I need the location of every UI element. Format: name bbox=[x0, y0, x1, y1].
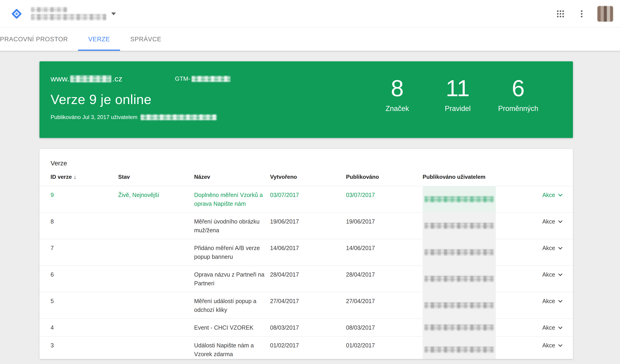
tag-manager-logo-icon bbox=[9, 6, 24, 21]
redacted-user-name bbox=[424, 196, 494, 202]
column-header-id[interactable]: ID verze↓ bbox=[50, 173, 118, 180]
stat-variables-label: Proměnných bbox=[488, 105, 548, 113]
version-published-date: 01/02/2017 bbox=[346, 341, 423, 358]
stat-tags-label: Značek bbox=[367, 105, 428, 113]
more-options-button[interactable] bbox=[576, 8, 587, 19]
version-status bbox=[118, 297, 194, 314]
version-status: Živě, Nejnovější bbox=[118, 191, 194, 208]
version-status bbox=[118, 217, 194, 235]
version-name-link[interactable]: Události Napište nám a Vzorek zdarma bbox=[194, 341, 270, 358]
version-published-date: 03/07/2017 bbox=[346, 191, 423, 208]
version-actions-button[interactable]: Akce bbox=[525, 270, 562, 288]
chevron-down-icon bbox=[558, 192, 562, 196]
version-created-date: 28/04/2017 bbox=[270, 270, 346, 288]
stat-rules-value: 11 bbox=[428, 76, 488, 100]
redacted-user-name bbox=[424, 249, 494, 255]
hero-stats: 8 Značek 11 Pravidel 6 Proměnných bbox=[367, 76, 548, 113]
stat-variables-value: 6 bbox=[488, 76, 548, 100]
version-name-link[interactable]: Doplněno měření Vzorků a oprava Napište … bbox=[194, 191, 270, 208]
column-header-published: Publikováno bbox=[346, 173, 423, 180]
redacted-user-name bbox=[424, 303, 494, 308]
version-created-date: 01/02/2017 bbox=[270, 341, 346, 358]
version-published-by bbox=[423, 191, 525, 208]
version-created-date: 27/04/2017 bbox=[270, 297, 346, 314]
version-published-by bbox=[423, 341, 525, 358]
version-id: 3 bbox=[50, 341, 118, 358]
version-status bbox=[118, 341, 194, 358]
domain-suffix: .cz bbox=[112, 74, 122, 83]
redacted-user-name bbox=[424, 223, 494, 229]
version-actions-button[interactable]: Akce bbox=[525, 191, 562, 208]
live-version-card: www. .cz GTM- Verze 9 je online Publikov… bbox=[39, 61, 573, 138]
version-actions-button[interactable]: Akce bbox=[525, 243, 562, 261]
chevron-down-icon bbox=[558, 272, 562, 276]
redacted-domain bbox=[70, 76, 111, 82]
apps-grid-button[interactable] bbox=[555, 8, 566, 19]
version-published-date: 08/03/2017 bbox=[346, 323, 423, 332]
table-row: 4Event - CHCI VZOREK08/03/201708/03/2017… bbox=[39, 318, 573, 336]
versions-table-header: ID verze↓ Stav Název Vytvořeno Publiková… bbox=[39, 173, 573, 186]
tab-pracovni-prostor[interactable]: PRACOVNÍ PROSTOR bbox=[0, 28, 78, 51]
version-published-by bbox=[423, 270, 525, 288]
version-id: 9 bbox=[50, 191, 118, 208]
redacted-user-name bbox=[424, 325, 494, 331]
version-name-link[interactable]: Měření událostí popup a odchozí kliky bbox=[194, 297, 270, 314]
version-status bbox=[118, 270, 194, 288]
version-published-by bbox=[423, 323, 525, 332]
column-header-published-by: Publikováno uživatelem bbox=[423, 173, 525, 180]
version-published-by bbox=[423, 297, 525, 314]
version-actions-button[interactable]: Akce bbox=[525, 341, 562, 358]
versions-table-title: Verze bbox=[39, 149, 573, 173]
version-id: 7 bbox=[50, 243, 118, 261]
user-avatar[interactable] bbox=[597, 6, 613, 22]
table-row: 9Živě, NejnovějšíDoplněno měření Vzorků … bbox=[39, 186, 573, 212]
sort-descending-icon: ↓ bbox=[74, 174, 77, 180]
apps-grid-icon bbox=[556, 9, 565, 18]
published-line: Publikováno Jul 3, 2017 uživatelem bbox=[50, 114, 137, 121]
account-selector[interactable] bbox=[31, 7, 116, 20]
redacted-user-name bbox=[424, 276, 494, 282]
version-published-by bbox=[423, 217, 525, 235]
column-header-actions bbox=[525, 173, 562, 180]
redacted-user-strip bbox=[423, 336, 496, 359]
redacted-user-strip bbox=[423, 318, 496, 336]
version-actions-button[interactable]: Akce bbox=[525, 297, 562, 314]
redacted-gtm-id bbox=[192, 76, 230, 82]
version-created-date: 19/06/2017 bbox=[270, 217, 346, 235]
version-actions-label: Akce bbox=[542, 192, 555, 198]
version-published-date: 14/06/2017 bbox=[346, 243, 423, 261]
version-created-date: 14/06/2017 bbox=[270, 243, 346, 261]
stat-variables: 6 Proměnných bbox=[488, 76, 548, 113]
chevron-down-icon bbox=[558, 343, 562, 347]
redacted-user-name bbox=[424, 347, 494, 353]
version-created-date: 03/07/2017 bbox=[270, 191, 346, 208]
version-name-link[interactable]: Přidáno měření A/B verze popup banneru bbox=[194, 243, 270, 261]
stat-tags-value: 8 bbox=[367, 76, 428, 100]
version-actions-button[interactable]: Akce bbox=[525, 323, 562, 332]
version-id: 8 bbox=[50, 217, 118, 235]
version-actions-button[interactable]: Akce bbox=[525, 217, 562, 235]
table-row: 3Události Napište nám a Vzorek zdarma01/… bbox=[39, 336, 573, 359]
version-actions-label: Akce bbox=[542, 324, 555, 331]
version-actions-label: Akce bbox=[542, 342, 555, 349]
version-id: 4 bbox=[50, 323, 118, 332]
chevron-down-icon bbox=[558, 219, 562, 223]
version-status bbox=[118, 243, 194, 261]
tab-verze[interactable]: VERZE bbox=[78, 28, 120, 51]
tab-spravce[interactable]: SPRÁVCE bbox=[120, 28, 171, 51]
version-name-link[interactable]: Event - CHCI VZOREK bbox=[194, 323, 270, 332]
domain-prefix: www. bbox=[50, 74, 69, 83]
column-header-status: Stav bbox=[118, 173, 194, 180]
version-name-link[interactable]: Oprava názvu z Partneři na Partneri bbox=[194, 270, 270, 288]
container-domain: www. .cz bbox=[50, 74, 122, 83]
chevron-down-icon bbox=[558, 298, 562, 303]
kebab-menu-icon bbox=[577, 9, 586, 18]
version-published-date: 27/04/2017 bbox=[346, 297, 423, 314]
top-app-bar bbox=[0, 0, 620, 28]
redacted-user-strip bbox=[423, 292, 496, 319]
version-id: 6 bbox=[50, 270, 118, 288]
version-actions-label: Akce bbox=[542, 271, 555, 278]
container-id: GTM- bbox=[175, 75, 230, 82]
version-name-link[interactable]: Měření úvodního obrázku muž/žena bbox=[194, 217, 270, 235]
version-actions-label: Akce bbox=[542, 218, 555, 225]
